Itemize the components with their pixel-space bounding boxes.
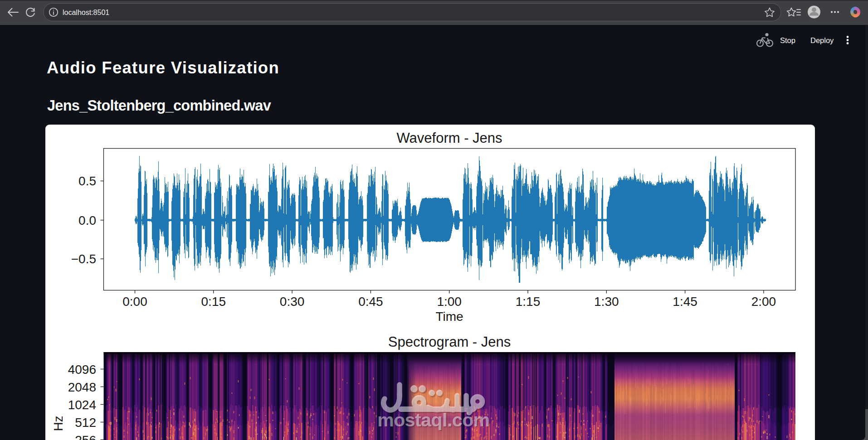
svg-text:0:30: 0:30: [280, 295, 305, 309]
svg-text:1:30: 1:30: [594, 295, 619, 309]
svg-text:0:45: 0:45: [358, 295, 383, 309]
svg-text:1024: 1024: [68, 398, 96, 412]
svg-text:512: 512: [75, 416, 96, 430]
svg-text:Spectrogram - Jens: Spectrogram - Jens: [388, 334, 511, 350]
svg-text:2048: 2048: [68, 380, 96, 394]
svg-text:4096: 4096: [68, 363, 96, 377]
svg-text:−0.5: −0.5: [71, 252, 96, 266]
svg-text:0.5: 0.5: [78, 174, 96, 188]
svg-text:1:00: 1:00: [437, 295, 462, 309]
svg-text:Deploy: Deploy: [810, 36, 834, 44]
svg-text:0:00: 0:00: [122, 295, 147, 309]
svg-text:Time: Time: [435, 309, 463, 324]
svg-text:256: 256: [75, 433, 96, 440]
svg-text:localhost:8501: localhost:8501: [63, 9, 109, 16]
svg-text:Stop: Stop: [780, 36, 795, 44]
svg-text:Jens_Stoltenberg_combined.wav: Jens_Stoltenberg_combined.wav: [47, 97, 271, 114]
svg-text:1:15: 1:15: [516, 295, 541, 309]
svg-text:Hz: Hz: [51, 416, 65, 431]
svg-text:Waveform - Jens: Waveform - Jens: [396, 130, 502, 146]
svg-text:1:45: 1:45: [673, 295, 697, 309]
svg-text:mostaql.com: mostaql.com: [377, 410, 489, 430]
svg-text:0:15: 0:15: [201, 295, 226, 309]
svg-text:Audio Feature Visualization: Audio Feature Visualization: [47, 58, 279, 77]
svg-text:0.0: 0.0: [78, 213, 96, 227]
svg-text:2:00: 2:00: [751, 295, 776, 309]
